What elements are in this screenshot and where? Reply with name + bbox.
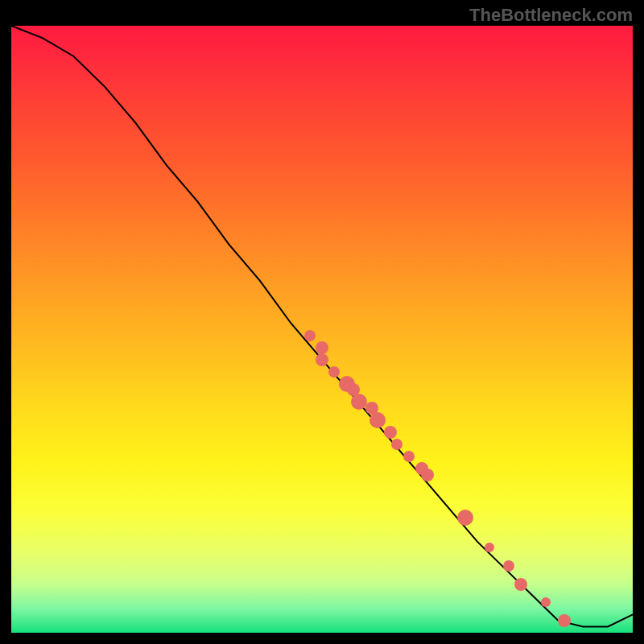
data-point [391, 439, 402, 450]
data-point [503, 560, 514, 572]
data-point [457, 510, 473, 526]
watermark-text: TheBottleneck.com [469, 5, 633, 26]
data-point [304, 330, 316, 341]
data-point [369, 412, 386, 428]
plot-area [11, 26, 633, 633]
chart-frame: TheBottleneck.com [0, 0, 644, 644]
data-point [485, 543, 494, 552]
curve-layer [11, 26, 633, 633]
data-point [421, 469, 434, 481]
data-point [316, 353, 328, 366]
data-point [316, 341, 328, 354]
data-point [514, 578, 527, 591]
data-point [403, 451, 415, 462]
data-point [328, 366, 340, 378]
data-point [558, 614, 571, 627]
data-point [541, 597, 551, 607]
curve-path [11, 26, 633, 627]
data-point [384, 426, 397, 439]
